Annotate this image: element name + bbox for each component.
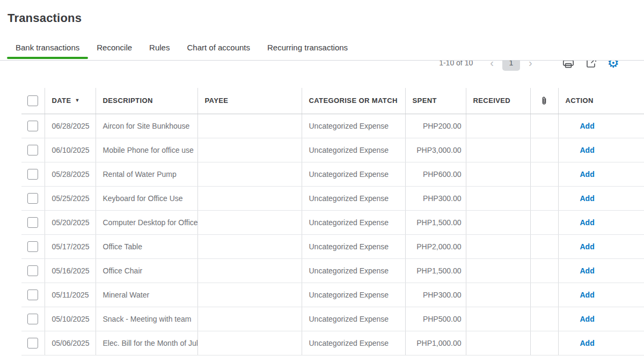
tab-reconcile[interactable]: Reconcile <box>88 43 141 60</box>
transaction-payee <box>197 186 302 210</box>
header-payee: PAYEE <box>197 88 302 114</box>
row-checkbox[interactable] <box>27 290 38 300</box>
row-checkbox[interactable] <box>27 314 38 324</box>
transaction-category[interactable]: Uncategorized Expense <box>302 258 405 283</box>
transaction-description: Office Table <box>96 234 197 258</box>
transaction-date: 05/10/2025 <box>45 307 96 331</box>
add-button[interactable]: Add <box>580 170 595 179</box>
transaction-row: 05/10/2025 Snack - Meeting with team Unc… <box>21 307 644 331</box>
transaction-payee <box>197 114 302 138</box>
tab-recurring-transactions[interactable]: Recurring transactions <box>259 43 356 60</box>
transaction-category[interactable]: Uncategorized Expense <box>302 283 405 307</box>
row-select-cell <box>21 186 45 210</box>
transaction-category[interactable]: Uncategorized Expense <box>302 138 405 162</box>
add-button[interactable]: Add <box>580 242 595 251</box>
transaction-date: 06/28/2025 <box>45 114 96 138</box>
transaction-category[interactable]: Uncategorized Expense <box>302 114 405 138</box>
transaction-row: 05/20/2025 Computer Desktop for Office U… <box>21 210 644 234</box>
transaction-row: 05/28/2025 Rental of Water Pump Uncatego… <box>21 162 644 186</box>
transaction-received <box>466 138 530 162</box>
transaction-action-cell: Add <box>558 210 644 234</box>
transaction-attachment-cell <box>530 162 558 186</box>
transaction-attachment-cell <box>530 234 558 258</box>
transaction-spent: PHP3,000.00 <box>405 138 466 162</box>
transactions-table: DATE▼ DESCRIPTION PAYEE CATEGORISE OR MA… <box>21 88 644 355</box>
tab-chart-of-accounts[interactable]: Chart of accounts <box>178 43 259 60</box>
row-select-cell <box>21 138 45 162</box>
row-checkbox[interactable] <box>27 217 38 228</box>
transaction-attachment-cell <box>530 186 558 210</box>
row-select-cell <box>21 210 45 234</box>
transaction-action-cell: Add <box>558 186 644 210</box>
transaction-description: Computer Desktop for Office <box>96 210 197 234</box>
transaction-action-cell: Add <box>558 283 644 307</box>
transaction-row: 05/11/2025 Mineral Water Uncategorized E… <box>21 283 644 307</box>
transaction-date: 05/20/2025 <box>45 210 96 234</box>
row-select-cell <box>21 234 45 258</box>
transaction-category[interactable]: Uncategorized Expense <box>302 234 405 258</box>
table-header-row: DATE▼ DESCRIPTION PAYEE CATEGORISE OR MA… <box>21 88 644 114</box>
transaction-category[interactable]: Uncategorized Expense <box>302 210 405 234</box>
page-title: Transactions <box>8 11 82 25</box>
add-button[interactable]: Add <box>580 146 595 154</box>
transaction-action-cell: Add <box>558 258 644 283</box>
table-body: 06/28/2025 Aircon for Site Bunkhouse Unc… <box>21 114 644 355</box>
transaction-received <box>466 258 530 283</box>
transaction-received <box>466 210 530 234</box>
row-select-cell <box>21 307 45 331</box>
transaction-date: 05/11/2025 <box>45 283 96 307</box>
transaction-category[interactable]: Uncategorized Expense <box>302 307 405 331</box>
select-all-checkbox[interactable] <box>27 95 38 106</box>
transaction-description: Elec. Bill for the Month of Jul <box>96 331 197 355</box>
transaction-attachment-cell <box>530 283 558 307</box>
transaction-received <box>466 186 530 210</box>
transaction-attachment-cell <box>530 114 558 138</box>
row-checkbox[interactable] <box>27 265 38 276</box>
transaction-received <box>466 331 530 355</box>
transaction-spent: PHP2,000.00 <box>405 234 466 258</box>
transaction-action-cell: Add <box>558 114 644 138</box>
row-checkbox[interactable] <box>27 169 38 180</box>
header-select-all <box>21 88 45 114</box>
add-button[interactable]: Add <box>580 122 595 130</box>
transaction-date: 05/25/2025 <box>45 186 96 210</box>
transaction-attachment-cell <box>530 138 558 162</box>
transaction-row: 06/10/2025 Mobile Phone for office use U… <box>21 138 644 162</box>
add-button[interactable]: Add <box>580 266 595 275</box>
transaction-attachment-cell <box>530 210 558 234</box>
transaction-row: 05/25/2025 Keyboard for Office Use Uncat… <box>21 186 644 210</box>
page-header: Transactions Bank transactions Reconcile… <box>0 0 644 61</box>
transaction-description: Rental of Water Pump <box>96 162 197 186</box>
header-description: DESCRIPTION <box>96 88 197 114</box>
row-checkbox[interactable] <box>27 241 38 252</box>
transaction-spent: PHP1,000.00 <box>405 331 466 355</box>
transaction-category[interactable]: Uncategorized Expense <box>302 331 405 355</box>
add-button[interactable]: Add <box>580 339 595 347</box>
transaction-action-cell: Add <box>558 162 644 186</box>
transaction-category[interactable]: Uncategorized Expense <box>302 162 405 186</box>
tab-rules[interactable]: Rules <box>141 43 178 60</box>
add-button[interactable]: Add <box>580 291 595 299</box>
sort-desc-icon: ▼ <box>75 98 80 103</box>
tab-bank-transactions[interactable]: Bank transactions <box>7 43 88 60</box>
transaction-row: 05/17/2025 Office Table Uncategorized Ex… <box>21 234 644 258</box>
row-checkbox[interactable] <box>27 338 38 348</box>
row-checkbox[interactable] <box>27 145 38 155</box>
transaction-spent: PHP500.00 <box>405 307 466 331</box>
header-action: ACTION <box>558 88 644 114</box>
transaction-description: Office Chair <box>96 258 197 283</box>
header-categorise-or-match: CATEGORISE OR MATCH <box>302 88 405 114</box>
transaction-payee <box>197 138 302 162</box>
transaction-description: Mobile Phone for office use <box>96 138 197 162</box>
add-button[interactable]: Add <box>580 218 595 227</box>
transaction-category[interactable]: Uncategorized Expense <box>302 186 405 210</box>
transaction-payee <box>197 258 302 283</box>
add-button[interactable]: Add <box>580 194 595 203</box>
add-button[interactable]: Add <box>580 315 595 323</box>
row-select-cell <box>21 258 45 283</box>
row-checkbox[interactable] <box>27 121 38 131</box>
transaction-action-cell: Add <box>558 331 644 355</box>
header-date[interactable]: DATE▼ <box>45 88 96 114</box>
row-select-cell <box>21 162 45 186</box>
row-checkbox[interactable] <box>27 193 38 204</box>
